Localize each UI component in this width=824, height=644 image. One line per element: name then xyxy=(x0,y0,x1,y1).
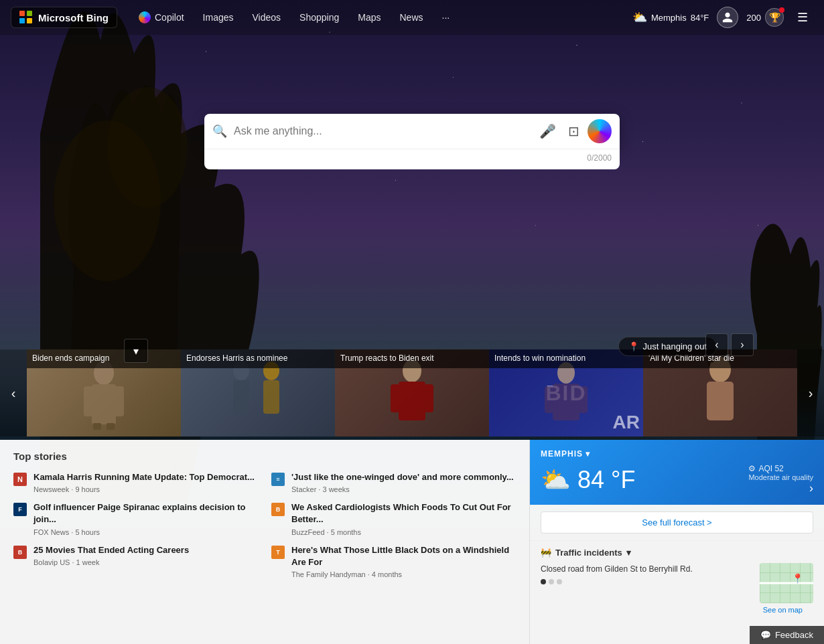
carousel-label-harris: Endorses Harris as nominee xyxy=(181,349,335,368)
carousel-nav-buttons: ‹ › xyxy=(705,333,754,356)
feedback-icon: 💬 xyxy=(760,630,771,640)
nav-item-maps[interactable]: Maps xyxy=(350,8,389,27)
weather-temp-label: 84°F xyxy=(691,13,709,23)
bottom-content: Top stories N Kamala Harris Running Mate… xyxy=(0,440,824,644)
map-road xyxy=(760,582,813,584)
newsweek-icon: N xyxy=(13,473,27,486)
chevron-down-icon: ▾ xyxy=(586,449,590,459)
carousel-next-top[interactable]: › xyxy=(731,333,754,356)
traffic-title: Traffic incidents xyxy=(555,548,622,558)
svg-rect-13 xyxy=(399,382,425,420)
bolavip-icon: B xyxy=(13,546,27,559)
nav-item-videos[interactable]: Videos xyxy=(245,8,289,27)
see-on-map-link[interactable]: See on map xyxy=(541,603,813,617)
news-time-1: 3 weeks xyxy=(322,485,349,493)
square-yellow xyxy=(27,18,32,23)
news-time-4: 1 week xyxy=(76,558,100,566)
weather-widget: MEMPHIS ▾ ⛅ 84 °F ⚙ AQI 52 Moderate air … xyxy=(530,440,824,505)
news-article-2[interactable]: F Golf influencer Paige Spiranac explain… xyxy=(13,501,258,536)
traffic-dot-2 xyxy=(549,579,554,584)
svg-rect-15 xyxy=(424,384,433,412)
carousel-item-biden[interactable]: Biden ends campaign xyxy=(27,349,181,436)
weather-aqi: ⚙ AQI 52 Moderate air quality › xyxy=(748,464,813,495)
news-headline-0: Kamala Harris Running Mate Update: Top D… xyxy=(33,471,255,483)
news-headline-2: Golf influencer Paige Spiranac explains … xyxy=(33,501,258,526)
news-time-5: 4 months xyxy=(372,570,402,578)
map-grid: 📍 xyxy=(760,563,813,603)
feedback-label: Feedback xyxy=(775,630,813,640)
news-carousel: ‹ Biden ends campaign xyxy=(0,349,824,436)
stacker-icon: ≡ xyxy=(271,473,285,486)
traffic-icon: 🚧 xyxy=(541,548,551,558)
copilot-icon xyxy=(139,11,151,23)
search-input[interactable] xyxy=(234,125,537,137)
carousel-prev-button[interactable]: ‹ xyxy=(0,349,27,436)
traffic-dot-3 xyxy=(557,579,562,584)
carousel-item-nomination[interactable]: BID AR Intends to win nomination xyxy=(489,349,643,436)
news-meta-3: BuzzFeed · 5 months xyxy=(291,528,516,536)
hamburger-menu[interactable]: ☰ xyxy=(792,7,813,28)
news-article-1[interactable]: ≡ 'Just like the one-winged dove' and mo… xyxy=(271,471,516,493)
reward-icon: 🏆 xyxy=(765,8,784,27)
nav-item-images[interactable]: Images xyxy=(195,8,242,27)
bing-logo[interactable]: Microsoft Bing xyxy=(11,7,117,28)
forecast-button[interactable]: See full forecast > xyxy=(541,511,813,534)
news-meta-0: Newsweek · 9 hours xyxy=(33,485,255,493)
news-article-4[interactable]: B 25 Movies That Ended Acting Careers Bo… xyxy=(13,544,258,578)
carousel-next-button[interactable]: › xyxy=(797,349,824,436)
square-blue xyxy=(19,18,25,23)
nav-item-copilot[interactable]: Copilot xyxy=(131,7,192,27)
news-content-2: Golf influencer Paige Spiranac explains … xyxy=(33,501,258,536)
camera-search-button[interactable]: ⊡ xyxy=(565,120,582,142)
points-badge[interactable]: 200 🏆 xyxy=(746,8,784,27)
traffic-header[interactable]: 🚧 Traffic incidents ▾ xyxy=(541,548,813,558)
weather-info[interactable]: ⛅ Memphis 84°F xyxy=(632,10,709,25)
traffic-description: Closed road from Gilden St to Berryhill … xyxy=(541,563,753,603)
traffic-section: 🚧 Traffic incidents ▾ Closed road from G… xyxy=(530,540,824,623)
weather-city-widget[interactable]: MEMPHIS ▾ xyxy=(541,449,590,459)
svg-rect-14 xyxy=(391,384,400,412)
carousel-label-trump: Trump reacts to Biden exit xyxy=(335,349,489,368)
nav-videos-label: Videos xyxy=(253,12,281,23)
nav-item-more[interactable]: ··· xyxy=(434,8,458,27)
weather-temp-block: ⛅ 84 °F xyxy=(541,466,635,494)
news-meta-2: FOX News · 5 hours xyxy=(33,528,258,536)
nav-item-shopping[interactable]: Shopping xyxy=(291,8,347,27)
nav-images-label: Images xyxy=(203,12,234,23)
copilot-button[interactable] xyxy=(588,119,612,143)
chevron-down-icon: ▾ xyxy=(133,345,139,357)
carousel-prev-top[interactable]: ‹ xyxy=(705,333,728,356)
news-meta-1: Stacker · 3 weeks xyxy=(291,485,514,493)
microphone-button[interactable]: 🎤 xyxy=(537,120,559,142)
search-footer: 0/2000 xyxy=(204,149,620,169)
feedback-button[interactable]: 💬 Feedback xyxy=(750,626,824,644)
side-panel: MEMPHIS ▾ ⛅ 84 °F ⚙ AQI 52 Moderate air … xyxy=(529,440,824,644)
search-icon: 🔍 xyxy=(212,124,227,139)
search-container: 🔍 🎤 ⊡ 0/2000 xyxy=(204,114,620,169)
square-green xyxy=(27,11,32,16)
news-headline-1: 'Just like the one-winged dove' and more… xyxy=(291,471,514,483)
weather-main: ⛅ 84 °F ⚙ AQI 52 Moderate air quality › xyxy=(541,464,813,495)
carousel-item-soap[interactable]: 'All My Children' star die xyxy=(643,349,797,436)
char-count: 0/2000 xyxy=(212,153,612,163)
carousel-item-harris[interactable]: Endorses Harris as nominee xyxy=(181,349,335,436)
location-text: Just hanging out xyxy=(643,341,707,351)
news-article-0[interactable]: N Kamala Harris Running Mate Update: Top… xyxy=(13,471,258,493)
svg-rect-18 xyxy=(545,386,554,413)
weather-icon: ⛅ xyxy=(541,466,571,494)
carousel-item-trump[interactable]: Trump reacts to Biden exit xyxy=(335,349,489,436)
location-tag[interactable]: 📍 Just hanging out xyxy=(618,337,717,356)
svg-rect-3 xyxy=(92,384,116,424)
scroll-down-button[interactable]: ▾ xyxy=(124,339,148,363)
user-avatar[interactable] xyxy=(717,7,738,28)
news-source-0: Newsweek xyxy=(33,485,69,493)
news-article-3[interactable]: B We Asked Cardiologists Which Foods To … xyxy=(271,501,516,536)
search-actions: 🎤 ⊡ xyxy=(537,120,582,142)
news-grid: N Kamala Harris Running Mate Update: Top… xyxy=(13,471,516,578)
news-article-5[interactable]: T Here's What Those Little Black Dots on… xyxy=(271,544,516,578)
news-meta-5: The Family Handyman · 4 months xyxy=(291,570,516,578)
svg-rect-11 xyxy=(263,380,279,414)
nav-item-news[interactable]: News xyxy=(391,8,431,27)
reward-notification-dot xyxy=(779,7,784,13)
nav-right-section: ⛅ Memphis 84°F 200 🏆 ☰ xyxy=(632,7,813,28)
